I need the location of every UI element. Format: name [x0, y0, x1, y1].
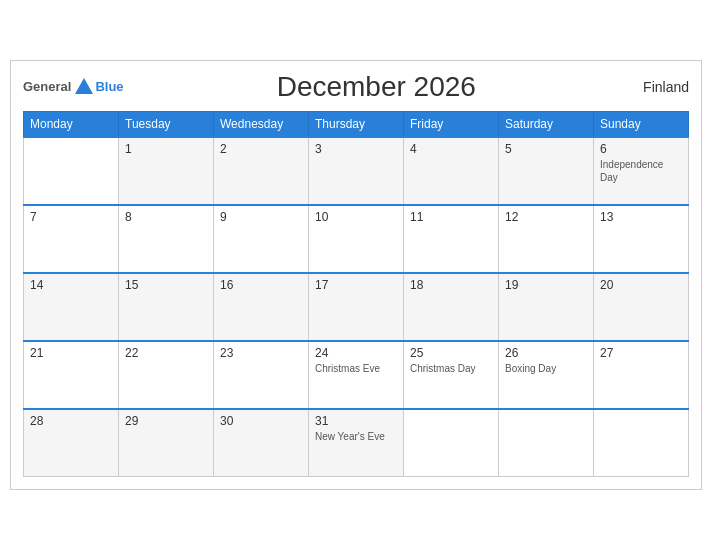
day-number: 2 [220, 142, 302, 156]
day-number: 1 [125, 142, 207, 156]
day-number: 26 [505, 346, 587, 360]
calendar-grid: MondayTuesdayWednesdayThursdayFridaySatu… [23, 111, 689, 478]
calendar-cell: 11 [404, 205, 499, 273]
calendar-cell [499, 409, 594, 477]
calendar-cell [404, 409, 499, 477]
calendar-cell: 2 [214, 137, 309, 205]
calendar-week-row: 21222324Christmas Eve25Christmas Day26Bo… [24, 341, 689, 409]
day-number: 3 [315, 142, 397, 156]
calendar-cell: 16 [214, 273, 309, 341]
holiday-label: Independence Day [600, 158, 682, 184]
day-number: 29 [125, 414, 207, 428]
day-number: 27 [600, 346, 682, 360]
calendar-cell: 24Christmas Eve [309, 341, 404, 409]
day-number: 24 [315, 346, 397, 360]
calendar-week-row: 14151617181920 [24, 273, 689, 341]
logo-icon [73, 76, 95, 98]
weekday-header-row: MondayTuesdayWednesdayThursdayFridaySatu… [24, 111, 689, 137]
day-number: 20 [600, 278, 682, 292]
calendar-cell: 25Christmas Day [404, 341, 499, 409]
calendar-cell: 22 [119, 341, 214, 409]
calendar-cell: 20 [594, 273, 689, 341]
calendar-title: December 2026 [124, 71, 629, 103]
day-number: 14 [30, 278, 112, 292]
calendar-cell: 6Independence Day [594, 137, 689, 205]
calendar-cell: 3 [309, 137, 404, 205]
calendar-cell: 4 [404, 137, 499, 205]
calendar-container: General Blue December 2026 Finland Monda… [10, 60, 702, 491]
weekday-header-saturday: Saturday [499, 111, 594, 137]
holiday-label: Christmas Eve [315, 362, 397, 375]
calendar-cell: 23 [214, 341, 309, 409]
calendar-week-row: 28293031New Year's Eve [24, 409, 689, 477]
calendar-cell: 17 [309, 273, 404, 341]
calendar-cell: 29 [119, 409, 214, 477]
day-number: 28 [30, 414, 112, 428]
day-number: 31 [315, 414, 397, 428]
day-number: 15 [125, 278, 207, 292]
day-number: 30 [220, 414, 302, 428]
calendar-cell: 9 [214, 205, 309, 273]
day-number: 19 [505, 278, 587, 292]
holiday-label: Boxing Day [505, 362, 587, 375]
day-number: 16 [220, 278, 302, 292]
calendar-cell: 28 [24, 409, 119, 477]
day-number: 13 [600, 210, 682, 224]
holiday-label: New Year's Eve [315, 430, 397, 443]
calendar-cell [594, 409, 689, 477]
calendar-cell: 31New Year's Eve [309, 409, 404, 477]
day-number: 6 [600, 142, 682, 156]
calendar-cell: 27 [594, 341, 689, 409]
calendar-cell: 21 [24, 341, 119, 409]
day-number: 9 [220, 210, 302, 224]
calendar-cell: 13 [594, 205, 689, 273]
calendar-cell: 19 [499, 273, 594, 341]
day-number: 18 [410, 278, 492, 292]
weekday-header-sunday: Sunday [594, 111, 689, 137]
calendar-cell: 5 [499, 137, 594, 205]
logo-blue-text: Blue [95, 79, 123, 94]
calendar-cell: 30 [214, 409, 309, 477]
calendar-cell: 12 [499, 205, 594, 273]
calendar-header: General Blue December 2026 Finland [23, 71, 689, 103]
calendar-week-row: 78910111213 [24, 205, 689, 273]
day-number: 21 [30, 346, 112, 360]
weekday-header-tuesday: Tuesday [119, 111, 214, 137]
day-number: 8 [125, 210, 207, 224]
day-number: 11 [410, 210, 492, 224]
day-number: 10 [315, 210, 397, 224]
weekday-header-thursday: Thursday [309, 111, 404, 137]
weekday-header-friday: Friday [404, 111, 499, 137]
calendar-week-row: 123456Independence Day [24, 137, 689, 205]
calendar-cell: 1 [119, 137, 214, 205]
day-number: 12 [505, 210, 587, 224]
day-number: 4 [410, 142, 492, 156]
calendar-cell: 8 [119, 205, 214, 273]
calendar-cell: 15 [119, 273, 214, 341]
logo: General Blue [23, 76, 124, 98]
day-number: 17 [315, 278, 397, 292]
calendar-cell: 7 [24, 205, 119, 273]
day-number: 23 [220, 346, 302, 360]
calendar-cell: 26Boxing Day [499, 341, 594, 409]
day-number: 5 [505, 142, 587, 156]
day-number: 25 [410, 346, 492, 360]
weekday-header-wednesday: Wednesday [214, 111, 309, 137]
day-number: 7 [30, 210, 112, 224]
svg-marker-0 [75, 78, 93, 94]
calendar-cell: 14 [24, 273, 119, 341]
country-label: Finland [629, 79, 689, 95]
holiday-label: Christmas Day [410, 362, 492, 375]
calendar-cell [24, 137, 119, 205]
day-number: 22 [125, 346, 207, 360]
logo-general-text: General [23, 79, 71, 94]
calendar-cell: 18 [404, 273, 499, 341]
weekday-header-monday: Monday [24, 111, 119, 137]
calendar-cell: 10 [309, 205, 404, 273]
